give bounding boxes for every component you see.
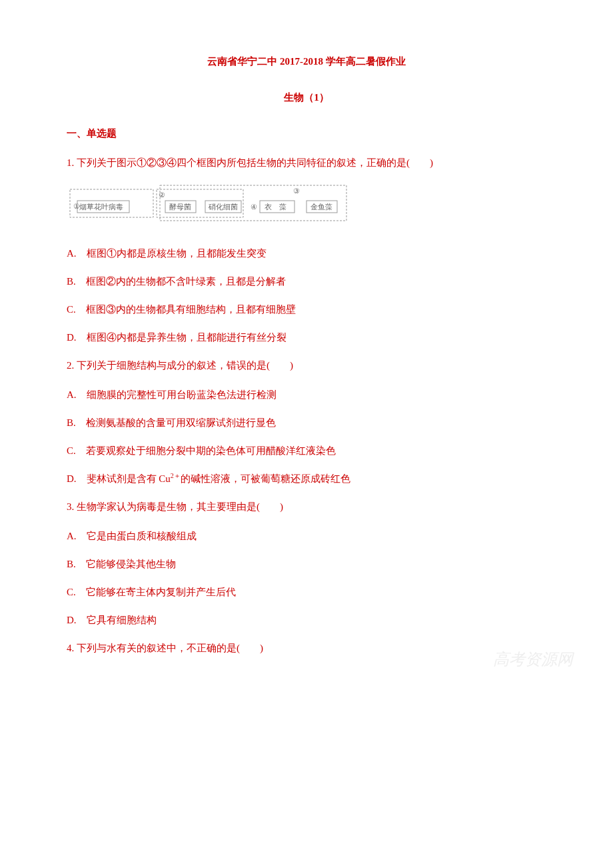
q1-option-a: A. 框图①内都是原核生物，且都能发生突变 [67,245,546,261]
q2-option-d: D. 斐林试剂是含有 Cu2＋的碱性溶液，可被葡萄糖还原成砖红色 [67,471,546,487]
question-4-text: 4. 下列与水有关的叙述中，不正确的是( ) [67,640,546,656]
circle-3-label: ③ [293,187,300,195]
q1-option-b: B. 框图②内的生物都不含叶绿素，且都是分解者 [67,273,546,289]
circle-4-label: ④ [251,203,257,211]
q2-d-sup: 2＋ [171,472,181,479]
section-header: 一、单选题 [67,125,546,141]
label-nitrifying: 硝化细菌 [208,203,238,211]
q2-option-c: C. 若要观察处于细胞分裂中期的染色体可用醋酸洋红液染色 [67,443,546,459]
label-yeast: 酵母菌 [169,203,191,211]
question-1-text: 1. 下列关于图示①②③④四个框图内所包括生物的共同特征的叙述，正确的是( ) [67,155,546,171]
question-3-text: 3. 生物学家认为病毒是生物，其主要理由是( ) [67,499,546,515]
q2-d-pre: D. 斐林试剂是含有 Cu [67,473,171,484]
label-chlamydomonas: 衣 藻 [265,203,287,211]
label-hornwort: 金鱼藻 [310,203,332,211]
label-virus: 烟草花叶病毒 [79,203,123,211]
circle-2-label: ② [159,191,165,199]
doc-subtitle: 生物（1） [67,89,546,105]
doc-title: 云南省华宁二中 2017-2018 学年高二暑假作业 [67,53,546,69]
q2-option-b: B. 检测氨基酸的含量可用双缩脲试剂进行显色 [67,415,546,431]
question-1-diagram: ① 烟草花叶病毒 ② 酵母菌 硝化细菌 ③ ④ 衣 藻 金鱼藻 [67,184,546,229]
question-2-text: 2. 下列关于细胞结构与成分的叙述，错误的是( ) [67,357,546,373]
q2-option-a: A. 细胞膜的完整性可用台盼蓝染色法进行检测 [67,387,546,403]
q3-option-b: B. 它能够侵染其他生物 [67,556,546,572]
q1-option-d: D. 框图④内都是异养生物，且都能进行有丝分裂 [67,329,546,345]
q2-d-post: 的碱性溶液，可被葡萄糖还原成砖红色 [181,473,350,484]
q1-option-c: C. 框图③内的生物都具有细胞结构，且都有细胞壁 [67,301,546,317]
q3-option-d: D. 它具有细胞结构 [67,612,546,628]
q3-option-c: C. 它能够在寄主体内复制并产生后代 [67,584,546,600]
q3-option-a: A. 它是由蛋白质和核酸组成 [67,528,546,544]
